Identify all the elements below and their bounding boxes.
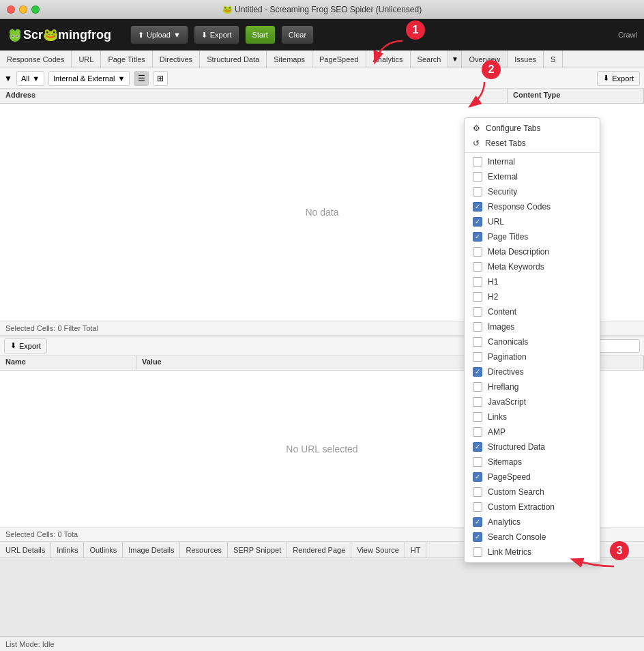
checkbox-custom-extraction[interactable]	[473, 502, 482, 512]
checkbox-directives[interactable]	[473, 367, 482, 377]
footer-tab-image-details[interactable]: Image Details	[123, 542, 180, 558]
dropdown-item-h2[interactable]: H2	[465, 289, 600, 304]
checkbox-analytics[interactable]	[473, 517, 482, 527]
app-logo: Scr🐸mingfrog	[7, 27, 111, 43]
maximize-button[interactable]	[31, 5, 40, 14]
dropdown-item-pagination[interactable]: Pagination	[465, 349, 600, 364]
dropdown-item-meta-description[interactable]: Meta Description	[465, 244, 600, 259]
checkbox-links[interactable]	[473, 412, 482, 422]
tab-search[interactable]: Search	[411, 50, 449, 68]
dropdown-item-custom-extraction[interactable]: Custom Extraction	[465, 500, 600, 515]
dropdown-item-response-codes[interactable]: Response Codes	[465, 199, 600, 214]
tab-sitemaps[interactable]: Sitemaps	[267, 50, 312, 68]
tab-s[interactable]: S	[544, 50, 563, 68]
crawl-label: Crawl	[618, 31, 637, 39]
dropdown-item-url[interactable]: URL	[465, 214, 600, 229]
checkbox-security[interactable]	[473, 187, 482, 197]
checkbox-url[interactable]	[473, 217, 482, 227]
tab-response-codes[interactable]: Response Codes	[0, 50, 72, 68]
checkbox-custom-search[interactable]	[473, 487, 482, 497]
footer-tab-ht[interactable]: HT	[405, 542, 427, 558]
checkbox-h1[interactable]	[473, 277, 482, 287]
checkbox-content[interactable]	[473, 307, 482, 317]
filter-all-select[interactable]: All ▼	[16, 71, 44, 86]
tab-more-arrow[interactable]: ▼	[448, 50, 462, 68]
start-button[interactable]: Start	[245, 25, 276, 44]
footer-tab-serp-snippet[interactable]: SERP Snippet	[228, 542, 287, 558]
tab-structured-data[interactable]: Structured Data	[200, 50, 267, 68]
dropdown-item-security[interactable]: Security	[465, 184, 600, 199]
checkbox-meta-description[interactable]	[473, 247, 482, 257]
reset-tabs-item[interactable]: ↺ Reset Tabs	[465, 136, 600, 151]
svg-point-6	[16, 35, 18, 37]
checkbox-pagespeed[interactable]	[473, 472, 482, 482]
dropdown-item-javascript[interactable]: JavaScript	[465, 394, 600, 409]
footer-tab-resources[interactable]: Resources	[180, 542, 228, 558]
upload-button[interactable]: ⬆ Upload ▼	[130, 25, 188, 44]
checkbox-amp[interactable]	[473, 427, 482, 437]
tab-page-titles[interactable]: Page Titles	[101, 50, 152, 68]
dropdown-item-hreflang[interactable]: Hreflang	[465, 379, 600, 394]
dropdown-item-h1[interactable]: H1	[465, 274, 600, 289]
dropdown-item-pagespeed[interactable]: PageSpeed	[465, 469, 600, 484]
checkbox-response-codes[interactable]	[473, 202, 482, 212]
dropdown-item-external[interactable]: External	[465, 169, 600, 184]
tab-issues[interactable]: Issues	[508, 50, 544, 68]
checkbox-internal[interactable]	[473, 157, 482, 167]
checkbox-sitemaps[interactable]	[473, 457, 482, 467]
tab-directives[interactable]: Directives	[153, 50, 200, 68]
footer-tab-view-source[interactable]: View Source	[351, 542, 405, 558]
dropdown-item-sitemaps[interactable]: Sitemaps	[465, 454, 600, 469]
checkbox-hreflang[interactable]	[473, 382, 482, 392]
dropdown-item-custom-search[interactable]: Custom Search	[465, 484, 600, 500]
logo-text-mingfrog: mingfrog	[58, 28, 111, 42]
bottom-export-button[interactable]: ⬇ Export	[4, 338, 47, 353]
dropdown-item-page-titles[interactable]: Page Titles	[465, 229, 600, 244]
tab-pagespeed[interactable]: PageSpeed	[312, 50, 366, 68]
footer-tab-rendered-page[interactable]: Rendered Page	[287, 542, 351, 558]
configure-tabs-item[interactable]: ⚙ Configure Tabs	[465, 121, 600, 136]
dropdown-item-search-console[interactable]: Search Console	[465, 530, 600, 545]
tab-analytics[interactable]: Analytics	[366, 50, 411, 68]
dropdown-item-link-metrics[interactable]: Link Metrics	[465, 545, 600, 560]
content-type-column-header: Content Type	[508, 89, 644, 103]
scope-select[interactable]: Internal & External ▼	[48, 71, 130, 86]
filter-export-button[interactable]: ⬇ Export	[597, 71, 640, 86]
footer-tab-url-details[interactable]: URL Details	[0, 542, 51, 558]
dropdown-item-directives[interactable]: Directives	[465, 364, 600, 379]
address-column-header: Address	[0, 89, 508, 103]
dropdown-item-structured-data[interactable]: Structured Data	[465, 439, 600, 454]
checkbox-page-titles[interactable]	[473, 232, 482, 242]
checkbox-link-metrics[interactable]	[473, 547, 482, 557]
export-icon: ⬇	[201, 31, 207, 40]
list-view-button[interactable]: ☰	[134, 71, 149, 86]
checkbox-structured-data[interactable]	[473, 442, 482, 452]
dropdown-item-amp[interactable]: AMP	[465, 424, 600, 439]
dropdown-item-internal[interactable]: Internal	[465, 154, 600, 169]
export-button[interactable]: ⬇ Export	[194, 25, 239, 44]
close-button[interactable]	[7, 5, 15, 14]
logo-text-scr: Scr	[23, 28, 43, 42]
tree-view-button[interactable]: ⊞	[153, 71, 168, 86]
footer-tab-inlinks[interactable]: Inlinks	[51, 542, 84, 558]
dropdown-item-meta-keywords[interactable]: Meta Keywords	[465, 259, 600, 274]
checkbox-images[interactable]	[473, 322, 482, 332]
checkbox-search-console[interactable]	[473, 532, 482, 542]
clear-button[interactable]: Clear	[281, 25, 314, 44]
menu-divider	[465, 152, 600, 153]
dropdown-item-canonicals[interactable]: Canonicals	[465, 334, 600, 349]
main-table-header: Address Content Type	[0, 89, 644, 104]
checkbox-javascript[interactable]	[473, 397, 482, 407]
tab-url[interactable]: URL	[72, 50, 101, 68]
checkbox-h2[interactable]	[473, 292, 482, 302]
checkbox-pagination[interactable]	[473, 352, 482, 362]
footer-tab-outlinks[interactable]: Outlinks	[84, 542, 123, 558]
checkbox-meta-keywords[interactable]	[473, 262, 482, 272]
dropdown-item-images[interactable]: Images	[465, 319, 600, 334]
minimize-button[interactable]	[19, 5, 27, 14]
checkbox-external[interactable]	[473, 172, 482, 182]
dropdown-item-content[interactable]: Content	[465, 304, 600, 319]
dropdown-item-links[interactable]: Links	[465, 409, 600, 424]
dropdown-item-analytics[interactable]: Analytics	[465, 515, 600, 530]
checkbox-canonicals[interactable]	[473, 337, 482, 347]
